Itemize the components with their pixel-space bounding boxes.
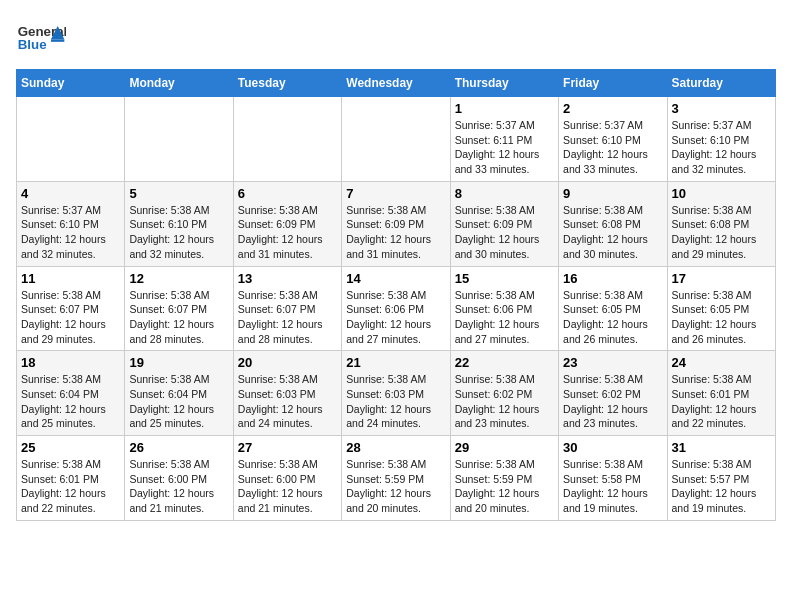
day-info: Sunrise: 5:38 AM Sunset: 6:03 PM Dayligh… bbox=[346, 372, 445, 431]
day-number: 4 bbox=[21, 186, 120, 201]
calendar-cell: 8Sunrise: 5:38 AM Sunset: 6:09 PM Daylig… bbox=[450, 181, 558, 266]
weekday-header-tuesday: Tuesday bbox=[233, 70, 341, 97]
day-number: 30 bbox=[563, 440, 662, 455]
calendar-cell: 27Sunrise: 5:38 AM Sunset: 6:00 PM Dayli… bbox=[233, 436, 341, 521]
calendar-cell: 13Sunrise: 5:38 AM Sunset: 6:07 PM Dayli… bbox=[233, 266, 341, 351]
weekday-header-thursday: Thursday bbox=[450, 70, 558, 97]
calendar-cell: 17Sunrise: 5:38 AM Sunset: 6:05 PM Dayli… bbox=[667, 266, 775, 351]
day-number: 2 bbox=[563, 101, 662, 116]
calendar-table: SundayMondayTuesdayWednesdayThursdayFrid… bbox=[16, 69, 776, 521]
day-info: Sunrise: 5:38 AM Sunset: 5:57 PM Dayligh… bbox=[672, 457, 771, 516]
calendar-cell: 28Sunrise: 5:38 AM Sunset: 5:59 PM Dayli… bbox=[342, 436, 450, 521]
day-info: Sunrise: 5:38 AM Sunset: 6:02 PM Dayligh… bbox=[563, 372, 662, 431]
weekday-header-sunday: Sunday bbox=[17, 70, 125, 97]
calendar-cell: 10Sunrise: 5:38 AM Sunset: 6:08 PM Dayli… bbox=[667, 181, 775, 266]
day-info: Sunrise: 5:38 AM Sunset: 6:07 PM Dayligh… bbox=[238, 288, 337, 347]
day-number: 25 bbox=[21, 440, 120, 455]
day-info: Sunrise: 5:37 AM Sunset: 6:10 PM Dayligh… bbox=[21, 203, 120, 262]
header: General Blue bbox=[16, 16, 776, 61]
calendar-cell: 2Sunrise: 5:37 AM Sunset: 6:10 PM Daylig… bbox=[559, 97, 667, 182]
weekday-header-monday: Monday bbox=[125, 70, 233, 97]
calendar-cell bbox=[125, 97, 233, 182]
calendar-cell: 9Sunrise: 5:38 AM Sunset: 6:08 PM Daylig… bbox=[559, 181, 667, 266]
day-info: Sunrise: 5:38 AM Sunset: 5:58 PM Dayligh… bbox=[563, 457, 662, 516]
day-info: Sunrise: 5:38 AM Sunset: 6:03 PM Dayligh… bbox=[238, 372, 337, 431]
day-info: Sunrise: 5:38 AM Sunset: 6:08 PM Dayligh… bbox=[563, 203, 662, 262]
calendar-cell: 1Sunrise: 5:37 AM Sunset: 6:11 PM Daylig… bbox=[450, 97, 558, 182]
day-info: Sunrise: 5:37 AM Sunset: 6:11 PM Dayligh… bbox=[455, 118, 554, 177]
day-info: Sunrise: 5:38 AM Sunset: 6:09 PM Dayligh… bbox=[346, 203, 445, 262]
day-number: 8 bbox=[455, 186, 554, 201]
day-info: Sunrise: 5:37 AM Sunset: 6:10 PM Dayligh… bbox=[672, 118, 771, 177]
day-info: Sunrise: 5:38 AM Sunset: 6:08 PM Dayligh… bbox=[672, 203, 771, 262]
calendar-cell: 11Sunrise: 5:38 AM Sunset: 6:07 PM Dayli… bbox=[17, 266, 125, 351]
day-info: Sunrise: 5:38 AM Sunset: 6:04 PM Dayligh… bbox=[21, 372, 120, 431]
day-number: 5 bbox=[129, 186, 228, 201]
week-row-4: 18Sunrise: 5:38 AM Sunset: 6:04 PM Dayli… bbox=[17, 351, 776, 436]
weekday-header-friday: Friday bbox=[559, 70, 667, 97]
day-number: 1 bbox=[455, 101, 554, 116]
calendar-cell: 23Sunrise: 5:38 AM Sunset: 6:02 PM Dayli… bbox=[559, 351, 667, 436]
day-number: 31 bbox=[672, 440, 771, 455]
day-number: 15 bbox=[455, 271, 554, 286]
day-number: 12 bbox=[129, 271, 228, 286]
day-info: Sunrise: 5:38 AM Sunset: 6:02 PM Dayligh… bbox=[455, 372, 554, 431]
day-number: 14 bbox=[346, 271, 445, 286]
day-number: 19 bbox=[129, 355, 228, 370]
calendar-cell: 22Sunrise: 5:38 AM Sunset: 6:02 PM Dayli… bbox=[450, 351, 558, 436]
weekday-header-row: SundayMondayTuesdayWednesdayThursdayFrid… bbox=[17, 70, 776, 97]
day-number: 7 bbox=[346, 186, 445, 201]
weekday-header-saturday: Saturday bbox=[667, 70, 775, 97]
calendar-cell: 20Sunrise: 5:38 AM Sunset: 6:03 PM Dayli… bbox=[233, 351, 341, 436]
day-info: Sunrise: 5:38 AM Sunset: 6:00 PM Dayligh… bbox=[238, 457, 337, 516]
day-number: 24 bbox=[672, 355, 771, 370]
day-number: 13 bbox=[238, 271, 337, 286]
logo: General Blue bbox=[16, 16, 66, 61]
day-number: 10 bbox=[672, 186, 771, 201]
day-number: 21 bbox=[346, 355, 445, 370]
calendar-cell bbox=[17, 97, 125, 182]
day-info: Sunrise: 5:38 AM Sunset: 6:01 PM Dayligh… bbox=[21, 457, 120, 516]
day-number: 20 bbox=[238, 355, 337, 370]
calendar-cell: 4Sunrise: 5:37 AM Sunset: 6:10 PM Daylig… bbox=[17, 181, 125, 266]
day-info: Sunrise: 5:38 AM Sunset: 6:05 PM Dayligh… bbox=[672, 288, 771, 347]
day-number: 27 bbox=[238, 440, 337, 455]
calendar-cell bbox=[233, 97, 341, 182]
day-info: Sunrise: 5:37 AM Sunset: 6:10 PM Dayligh… bbox=[563, 118, 662, 177]
day-info: Sunrise: 5:38 AM Sunset: 6:00 PM Dayligh… bbox=[129, 457, 228, 516]
day-info: Sunrise: 5:38 AM Sunset: 6:06 PM Dayligh… bbox=[455, 288, 554, 347]
day-info: Sunrise: 5:38 AM Sunset: 6:05 PM Dayligh… bbox=[563, 288, 662, 347]
day-number: 9 bbox=[563, 186, 662, 201]
calendar-cell: 6Sunrise: 5:38 AM Sunset: 6:09 PM Daylig… bbox=[233, 181, 341, 266]
calendar-cell: 5Sunrise: 5:38 AM Sunset: 6:10 PM Daylig… bbox=[125, 181, 233, 266]
calendar-cell: 18Sunrise: 5:38 AM Sunset: 6:04 PM Dayli… bbox=[17, 351, 125, 436]
day-info: Sunrise: 5:38 AM Sunset: 6:07 PM Dayligh… bbox=[21, 288, 120, 347]
day-number: 11 bbox=[21, 271, 120, 286]
day-info: Sunrise: 5:38 AM Sunset: 6:07 PM Dayligh… bbox=[129, 288, 228, 347]
calendar-cell: 12Sunrise: 5:38 AM Sunset: 6:07 PM Dayli… bbox=[125, 266, 233, 351]
day-number: 18 bbox=[21, 355, 120, 370]
calendar-cell: 31Sunrise: 5:38 AM Sunset: 5:57 PM Dayli… bbox=[667, 436, 775, 521]
calendar-cell: 26Sunrise: 5:38 AM Sunset: 6:00 PM Dayli… bbox=[125, 436, 233, 521]
calendar-cell: 16Sunrise: 5:38 AM Sunset: 6:05 PM Dayli… bbox=[559, 266, 667, 351]
calendar-cell: 24Sunrise: 5:38 AM Sunset: 6:01 PM Dayli… bbox=[667, 351, 775, 436]
day-info: Sunrise: 5:38 AM Sunset: 6:10 PM Dayligh… bbox=[129, 203, 228, 262]
day-number: 26 bbox=[129, 440, 228, 455]
day-info: Sunrise: 5:38 AM Sunset: 6:01 PM Dayligh… bbox=[672, 372, 771, 431]
day-number: 23 bbox=[563, 355, 662, 370]
day-number: 3 bbox=[672, 101, 771, 116]
day-info: Sunrise: 5:38 AM Sunset: 6:09 PM Dayligh… bbox=[238, 203, 337, 262]
week-row-1: 1Sunrise: 5:37 AM Sunset: 6:11 PM Daylig… bbox=[17, 97, 776, 182]
week-row-3: 11Sunrise: 5:38 AM Sunset: 6:07 PM Dayli… bbox=[17, 266, 776, 351]
logo-icon: General Blue bbox=[16, 16, 66, 61]
calendar-cell: 14Sunrise: 5:38 AM Sunset: 6:06 PM Dayli… bbox=[342, 266, 450, 351]
calendar-cell: 15Sunrise: 5:38 AM Sunset: 6:06 PM Dayli… bbox=[450, 266, 558, 351]
week-row-2: 4Sunrise: 5:37 AM Sunset: 6:10 PM Daylig… bbox=[17, 181, 776, 266]
week-row-5: 25Sunrise: 5:38 AM Sunset: 6:01 PM Dayli… bbox=[17, 436, 776, 521]
calendar-cell bbox=[342, 97, 450, 182]
calendar-cell: 21Sunrise: 5:38 AM Sunset: 6:03 PM Dayli… bbox=[342, 351, 450, 436]
day-info: Sunrise: 5:38 AM Sunset: 6:06 PM Dayligh… bbox=[346, 288, 445, 347]
svg-text:Blue: Blue bbox=[18, 37, 47, 52]
day-number: 17 bbox=[672, 271, 771, 286]
day-info: Sunrise: 5:38 AM Sunset: 5:59 PM Dayligh… bbox=[346, 457, 445, 516]
